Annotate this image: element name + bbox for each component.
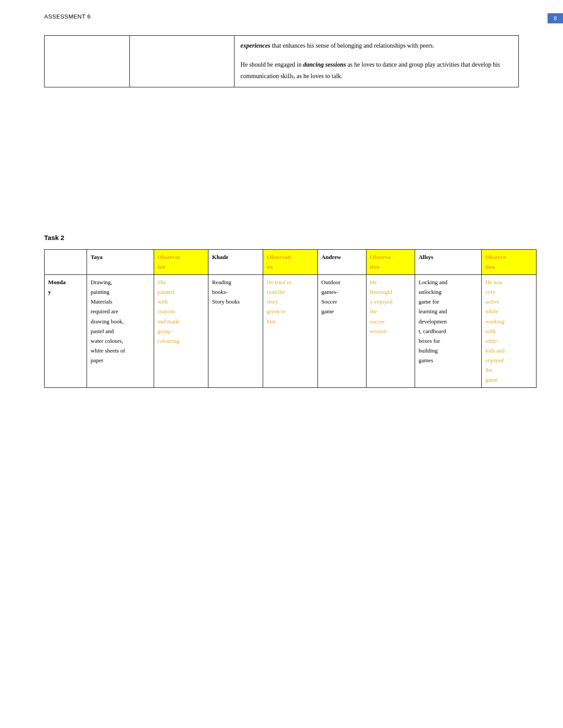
andrew-cell: Outdoorgames-Soccergame — [317, 275, 366, 388]
obs3-cell: Hethoroughly enjoyedthesoccersession — [366, 275, 415, 388]
task2-title: Task 2 — [44, 234, 537, 241]
top-table-cell-2 — [130, 36, 234, 87]
obs3-text: Hethoroughly enjoyedthesoccersession — [370, 279, 393, 334]
top-table-wrapper: experiences that enhances his sense of b… — [44, 35, 519, 87]
allsys-cell: Locking andunlockinggame forlearning and… — [415, 275, 481, 388]
assessment-header: ASSESSMENT 6 — [44, 13, 91, 20]
table-row-monday: Monday Drawing,paintingMaterialsrequired… — [45, 275, 537, 388]
header-obs2: Observati on — [263, 250, 318, 275]
obs1-text: Shepaintedwithcrayonsand madegroupcolour… — [158, 279, 180, 344]
day-label: Monday — [45, 275, 87, 388]
header-obs3: Observa tion — [366, 250, 415, 275]
header-taya: Taya — [87, 250, 154, 275]
header-khade: Khade — [208, 250, 263, 275]
table-header-row: Taya Observat ion Khade Observati on And… — [45, 250, 537, 275]
header-obs4: Observa tion — [482, 250, 537, 275]
task2-section: Task 2 Taya Observat ion Khade Observati… — [44, 234, 537, 388]
sessions-word: sessions — [325, 61, 346, 68]
top-table-cell-1 — [45, 36, 130, 87]
top-table-cell-3: experiences that enhances his sense of b… — [234, 36, 518, 87]
dancing-word: dancing — [303, 61, 324, 68]
obs2-text: He tried toread thestorygiven tohim — [267, 279, 291, 324]
obs2-cell: He tried toread thestorygiven tohim — [263, 275, 318, 388]
obs1-cell: Shepaintedwithcrayonsand madegroupcolour… — [154, 275, 208, 388]
obs4-cell: He wasveryactivewhileworkingwithotherkid… — [482, 275, 537, 388]
obs4-text: He wasveryactivewhileworkingwithotherkid… — [485, 279, 505, 383]
header-obs1: Observat ion — [154, 250, 208, 275]
top-table: experiences that enhances his sense of b… — [44, 35, 519, 87]
header-andrew: Andrew — [317, 250, 366, 275]
data-table: Taya Observat ion Khade Observati on And… — [44, 249, 537, 388]
page-number: 8 — [548, 13, 563, 23]
header-label — [45, 250, 87, 275]
khade-cell: Readingbooks-Story books — [208, 275, 263, 388]
experiences-word: experiences — [241, 42, 271, 49]
header-allsys: Allsys — [415, 250, 481, 275]
taya-cell: Drawing,paintingMaterialsrequired aredra… — [87, 275, 154, 388]
